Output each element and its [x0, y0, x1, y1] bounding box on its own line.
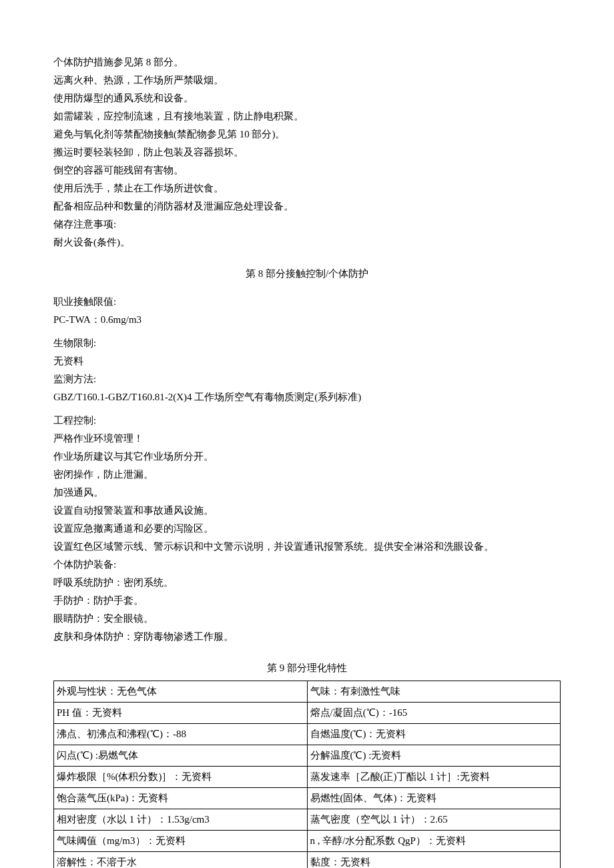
- cell: 闪点(℃) :易燃气体: [54, 745, 308, 767]
- line: 使用防爆型的通风系统和设备。: [53, 89, 561, 107]
- cell: 溶解性：不溶于水: [54, 852, 308, 869]
- table-row: 沸点、初沸点和沸程(℃)：-88 自燃温度(℃)：无资料: [54, 724, 561, 745]
- cell: 气味：有刺激性气味: [307, 681, 561, 703]
- line: 倒空的容器可能残留有害物。: [53, 161, 561, 179]
- cell: 熔点/凝固点(℃)：-165: [307, 703, 561, 724]
- cell: 沸点、初沸点和沸程(℃)：-88: [54, 724, 308, 745]
- line: 无资料: [53, 352, 561, 370]
- cell: 分解温度(℃) :无资料: [307, 745, 561, 767]
- line: 避免与氧化剂等禁配物接触(禁配物参见第 10 部分)。: [53, 125, 561, 143]
- line: 监测方法:: [53, 370, 561, 388]
- cell: n , 辛醇/水分配系数 QgP）：无资料: [307, 831, 561, 852]
- cell: 易燃性(固体、气体)：无资料: [307, 788, 561, 809]
- line: 密闭操作，防止泄漏。: [53, 466, 561, 484]
- table-row: 爆炸极限［%(体积分数)］：无资料 蒸发速率［乙酸(正)丁酯以 1 计］:无资料: [54, 767, 561, 788]
- line: 个体防护措施参见第 8 部分。: [53, 53, 561, 71]
- line: 配备相应品种和数量的消防器材及泄漏应急处理设备。: [53, 197, 561, 215]
- section7-remaining: 个体防护措施参见第 8 部分。 远离火种、热源，工作场所严禁吸烟。 使用防爆型的…: [53, 53, 561, 252]
- cell: 自燃温度(℃)：无资料: [307, 724, 561, 745]
- line: 皮肤和身体防护：穿防毒物渗透工作服。: [53, 628, 561, 646]
- line: PC-TWA：0.6mg/m3: [53, 311, 561, 329]
- table-row: 溶解性：不溶于水 黏度：无资料: [54, 852, 561, 869]
- table-row: 气味阈值（mg/m3）：无资料 n , 辛醇/水分配系数 QgP）：无资料: [54, 831, 561, 852]
- line: 个体防护装备:: [53, 556, 561, 574]
- line: 作业场所建议与其它作业场所分开。: [53, 448, 561, 466]
- section9-title: 第 9 部分理化特性: [53, 659, 561, 677]
- line: 搬运时要轻装轻卸，防止包装及容器损坏。: [53, 143, 561, 161]
- line: 耐火设备(条件)。: [53, 234, 561, 252]
- cell: 爆炸极限［%(体积分数)］：无资料: [54, 767, 308, 788]
- line: 如需罐装，应控制流速，且有接地装置，防止静电积聚。: [53, 107, 561, 125]
- cell: 外观与性状：无色气体: [54, 681, 308, 703]
- cell: 相对密度（水以 1 计）：1.53g/cm3: [54, 809, 308, 831]
- line: 生物限制:: [53, 334, 561, 352]
- line: 加强通风。: [53, 484, 561, 502]
- line: 严格作业环境管理！: [53, 430, 561, 448]
- cell: 蒸发速率［乙酸(正)丁酯以 1 计］:无资料: [307, 767, 561, 788]
- cell: PH 值：无资料: [54, 703, 308, 724]
- line: 设置红色区域警示线、警示标识和中文警示说明，并设置通讯报警系统。提供安全淋浴和洗…: [53, 538, 561, 556]
- section8-body: 职业接触限值: PC-TWA：0.6mg/m3 生物限制: 无资料 监测方法: …: [53, 293, 561, 646]
- cell: 气味阈值（mg/m3）：无资料: [54, 831, 308, 852]
- line: 储存注意事项:: [53, 215, 561, 234]
- line: 设置自动报警装置和事故通风设施。: [53, 502, 561, 520]
- line: 眼睛防护：安全眼镜。: [53, 610, 561, 628]
- section8-title: 第 8 部分接触控制/个体防护: [53, 265, 561, 283]
- table-row: 闪点(℃) :易燃气体 分解温度(℃) :无资料: [54, 745, 561, 767]
- table-row: 饱合蒸气压(kPa)：无资料 易燃性(固体、气体)：无资料: [54, 788, 561, 809]
- cell: 饱合蒸气压(kPa)：无资料: [54, 788, 308, 809]
- cell: 黏度：无资料: [307, 852, 561, 869]
- line: GBZ/T160.1-GBZ/T160.81-2(X)4 工作场所空气有毒物质测…: [53, 388, 561, 406]
- line: 手防护：防护手套。: [53, 592, 561, 610]
- line: 工程控制:: [53, 412, 561, 430]
- line: 设置应急撤离通道和必要的泻险区。: [53, 520, 561, 538]
- properties-table: 外观与性状：无色气体 气味：有刺激性气味 PH 值：无资料 熔点/凝固点(℃)：…: [53, 681, 561, 868]
- line: 使用后洗手，禁止在工作场所进饮食。: [53, 179, 561, 197]
- table-row: PH 值：无资料 熔点/凝固点(℃)：-165: [54, 703, 561, 724]
- line: 远离火种、热源，工作场所严禁吸烟。: [53, 71, 561, 89]
- cell: 蒸气密度（空气以 1 计）：2.65: [307, 809, 561, 831]
- table-row: 相对密度（水以 1 计）：1.53g/cm3 蒸气密度（空气以 1 计）：2.6…: [54, 809, 561, 831]
- line: 职业接触限值:: [53, 293, 561, 311]
- line: 呼吸系统防护：密闭系统。: [53, 574, 561, 592]
- table-row: 外观与性状：无色气体 气味：有刺激性气味: [54, 681, 561, 703]
